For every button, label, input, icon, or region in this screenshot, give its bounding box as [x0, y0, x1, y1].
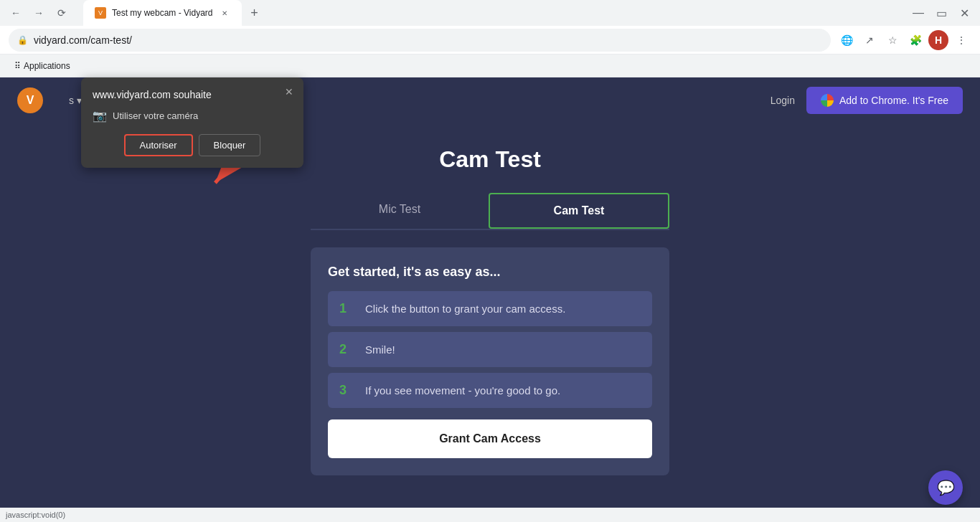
chat-button[interactable]: 💬	[928, 470, 963, 505]
nav-back-button[interactable]: ←	[6, 3, 26, 23]
block-button[interactable]: Bloquer	[199, 134, 261, 156]
nav-forward-button[interactable]: →	[29, 3, 49, 23]
nav-cta-label: Add to Chrome. It's Free	[839, 95, 948, 106]
menu-icon[interactable]: ⋮	[951, 30, 971, 50]
bookmark-label: Applications	[24, 61, 70, 71]
nav-login-link[interactable]: Login	[771, 95, 795, 106]
tab-group: Mic Test Cam Test	[311, 193, 669, 230]
close-icon: ✕	[285, 86, 293, 98]
step-row-3: 3 If you see movement - you're good to g…	[328, 373, 652, 408]
browser-tab[interactable]: V Test my webcam - Vidyard ✕	[83, 0, 242, 26]
popup-permission-text: Utiliser votre caméra	[113, 110, 198, 121]
nav-refresh-button[interactable]: ⟳	[52, 3, 72, 23]
window-close-button[interactable]: ✕	[954, 3, 974, 23]
logo-circle: V	[17, 87, 43, 113]
permission-popup: ✕ www.vidyard.com souhaite 📷 Utiliser vo…	[81, 77, 303, 168]
tab-title: Test my webcam - Vidyard	[112, 8, 213, 18]
new-tab-button[interactable]: +	[245, 3, 265, 23]
tab-favicon: V	[95, 7, 106, 19]
logo: V	[17, 87, 43, 113]
apps-grid-icon: ⠿	[14, 61, 21, 71]
grant-cam-access-button[interactable]: Grant Cam Access	[328, 419, 652, 458]
step-text-2: Smile!	[365, 343, 395, 356]
popup-close-button[interactable]: ✕	[282, 85, 296, 99]
step-number-3: 3	[339, 383, 354, 398]
translate-icon[interactable]: 🌐	[837, 30, 857, 50]
tab-close-icon[interactable]: ✕	[219, 7, 230, 19]
step-row-2: 2 Smile!	[328, 332, 652, 367]
popup-title: www.vidyard.com souhaite	[93, 89, 292, 100]
extension-icon[interactable]: 🧩	[905, 30, 925, 50]
bookmark-applications[interactable]: ⠿ Applications	[9, 58, 76, 74]
address-url: vidyard.com/cam-test/	[34, 34, 822, 46]
status-text: javascript:void(0)	[6, 511, 65, 519]
allow-button[interactable]: Autoriser	[124, 134, 193, 156]
window-maximize-button[interactable]: ▭	[931, 3, 951, 23]
content-card: Get started, it's as easy as... 1 Click …	[311, 247, 669, 475]
page-title: Cam Test	[439, 146, 541, 173]
nav-cta-button[interactable]: Add to Chrome. It's Free	[806, 87, 963, 114]
window-minimize-button[interactable]: —	[908, 3, 928, 23]
card-heading: Get started, it's as easy as...	[328, 265, 652, 280]
address-lock-icon: 🔒	[17, 35, 28, 45]
page-content: Cam Test Mic Test Cam Test Get started, …	[0, 123, 980, 498]
step-text-3: If you see movement - you're good to go.	[365, 384, 560, 397]
step-row-1: 1 Click the button to grant your cam acc…	[328, 291, 652, 326]
tab-mic-test[interactable]: Mic Test	[311, 193, 489, 229]
camera-icon: 📷	[93, 109, 107, 123]
step-text-1: Click the button to grant your cam acces…	[365, 303, 565, 315]
chrome-logo-icon	[821, 94, 834, 107]
logo-letter: V	[27, 94, 34, 107]
star-icon[interactable]: ☆	[882, 30, 903, 50]
step-number-1: 1	[339, 301, 354, 316]
share-icon[interactable]: ↗	[859, 30, 880, 50]
status-bar: javascript:void(0)	[0, 508, 980, 522]
profile-icon[interactable]: H	[928, 30, 948, 50]
tab-cam-test[interactable]: Cam Test	[489, 193, 669, 229]
step-number-2: 2	[339, 342, 354, 357]
